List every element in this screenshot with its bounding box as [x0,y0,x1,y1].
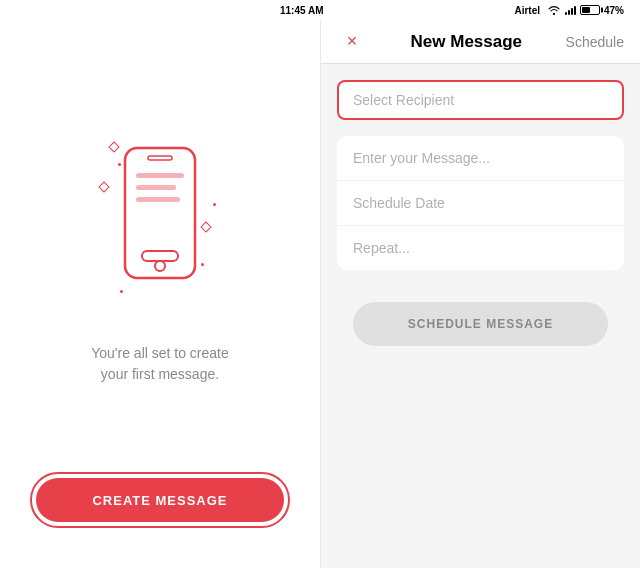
status-time: 11:45 AM [280,5,324,16]
schedule-message-button[interactable]: SCHEDULE MESSAGE [353,302,608,346]
phone-svg [120,143,200,283]
carrier-label: Airtel [514,5,540,16]
diamond-decoration-3 [200,221,211,232]
message-field[interactable]: Enter your Message... [337,136,624,181]
create-message-button[interactable]: CREATE MESSAGE [36,478,284,522]
phone-illustration [90,123,230,323]
repeat-placeholder: Repeat... [353,240,410,256]
svg-rect-3 [136,185,176,190]
recipient-field-wrapper: Select Recipient [337,80,624,120]
left-panel: You're all set to create your first mess… [0,20,320,568]
dot-decoration-4 [120,290,123,293]
main-container: You're all set to create your first mess… [0,20,640,568]
status-indicators: Airtel 47% [514,5,624,16]
create-message-button-wrapper: CREATE MESSAGE [30,472,290,528]
close-button[interactable]: × [337,27,367,57]
nav-header: × New Message Schedule [321,20,640,64]
status-bar: 11:45 AM Airtel 47% [0,0,640,20]
nav-title: New Message [411,32,523,52]
repeat-field[interactable]: Repeat... [337,226,624,270]
form-area: Select Recipient Enter your Message... S… [321,64,640,568]
dot-decoration-2 [213,203,216,206]
svg-rect-0 [125,148,195,278]
date-placeholder: Schedule Date [353,195,445,211]
svg-rect-1 [148,156,172,160]
recipient-placeholder: Select Recipient [353,92,454,108]
svg-rect-4 [136,197,180,202]
diamond-decoration-2 [98,181,109,192]
svg-rect-5 [142,251,178,261]
select-recipient-field[interactable]: Select Recipient [337,80,624,120]
right-panel: × New Message Schedule Select Recipient … [321,20,640,568]
create-message-button-border: CREATE MESSAGE [30,472,290,528]
wifi-icon [547,5,561,15]
svg-point-6 [155,261,165,271]
battery-icon [580,5,600,15]
dot-decoration-3 [201,263,204,266]
diamond-decoration-1 [108,141,119,152]
signal-bars-icon [565,5,576,15]
message-placeholder: Enter your Message... [353,150,490,166]
form-group: Enter your Message... Schedule Date Repe… [337,136,624,270]
time-display: 11:45 AM [280,5,324,16]
battery-label: 47% [604,5,624,16]
schedule-tab[interactable]: Schedule [566,34,624,50]
date-field[interactable]: Schedule Date [337,181,624,226]
empty-state-text: You're all set to create your first mess… [91,343,229,385]
svg-rect-2 [136,173,184,178]
